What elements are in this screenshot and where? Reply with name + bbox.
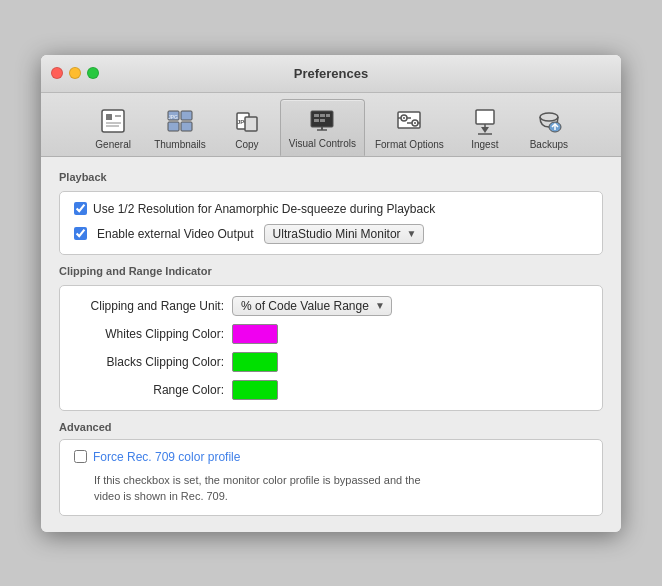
range-color-swatch[interactable] <box>232 380 278 400</box>
backups-icon <box>533 105 565 137</box>
tab-general-label: General <box>95 139 131 150</box>
clipping-section-label: Clipping and Range Indicator <box>59 265 603 277</box>
tab-general[interactable]: General <box>82 101 144 156</box>
dropdown-arrow-icon: ▼ <box>407 228 417 239</box>
thumbnails-icon: JPG <box>164 105 196 137</box>
tab-visual-controls-label: Visual Controls <box>289 138 356 149</box>
tab-copy-label: Copy <box>235 139 258 150</box>
external-output-checkbox[interactable] <box>74 227 87 240</box>
anamorphic-checkbox[interactable] <box>74 202 87 215</box>
svg-rect-15 <box>320 114 325 117</box>
force-rec-label: Force Rec. 709 color profile <box>93 450 240 464</box>
unit-dropdown-arrow-icon: ▼ <box>375 300 385 311</box>
main-content: Playback Use 1/2 Resolution for Anamorph… <box>41 157 621 532</box>
blacks-row: Blacks Clipping Color: <box>74 352 588 372</box>
tab-format-options-label: Format Options <box>375 139 444 150</box>
maximize-button[interactable] <box>87 67 99 79</box>
advanced-info-text: If this checkbox is set, the monitor col… <box>94 472 588 505</box>
general-icon <box>97 105 129 137</box>
ingest-icon <box>469 105 501 137</box>
svg-rect-1 <box>106 114 112 120</box>
anamorphic-row: Use 1/2 Resolution for Anamorphic De-squ… <box>74 202 588 216</box>
traffic-lights <box>51 67 99 79</box>
clipping-section: Clipping and Range Unit: % of Code Value… <box>59 285 603 411</box>
advanced-section: Advanced Force Rec. 709 color profile If… <box>59 421 603 516</box>
whites-label: Whites Clipping Color: <box>74 327 224 341</box>
tab-backups-label: Backups <box>530 139 568 150</box>
blacks-label: Blacks Clipping Color: <box>74 355 224 369</box>
device-dropdown-value: UltraStudio Mini Monitor <box>273 227 401 241</box>
unit-dropdown[interactable]: % of Code Value Range ▼ <box>232 296 392 316</box>
whites-color-swatch[interactable] <box>232 324 278 344</box>
svg-rect-30 <box>476 110 494 124</box>
tab-ingest[interactable]: Ingest <box>454 101 516 156</box>
svg-rect-7 <box>168 122 179 131</box>
tab-format-options[interactable]: Format Options <box>367 101 452 156</box>
title-bar: Preferences <box>41 55 621 93</box>
svg-marker-32 <box>481 127 489 133</box>
close-button[interactable] <box>51 67 63 79</box>
playback-section-label: Playback <box>59 171 603 183</box>
svg-rect-6 <box>181 111 192 120</box>
advanced-box: Force Rec. 709 color profile If this che… <box>59 439 603 516</box>
svg-rect-12 <box>245 117 257 131</box>
unit-row: Clipping and Range Unit: % of Code Value… <box>74 296 588 316</box>
device-dropdown[interactable]: UltraStudio Mini Monitor ▼ <box>264 224 424 244</box>
range-row: Range Color: <box>74 380 588 400</box>
copy-icon: JPG <box>231 105 263 137</box>
preferences-window: Preferences General <box>41 55 621 532</box>
window-title: Preferences <box>294 66 368 81</box>
svg-rect-0 <box>102 110 124 132</box>
tab-thumbnails[interactable]: JPG Thumbnails <box>146 101 214 156</box>
anamorphic-label: Use 1/2 Resolution for Anamorphic De-squ… <box>93 202 435 216</box>
format-options-icon <box>393 105 425 137</box>
tab-visual-controls[interactable]: Visual Controls <box>280 99 365 156</box>
tab-copy[interactable]: JPG Copy <box>216 101 278 156</box>
svg-rect-8 <box>181 122 192 131</box>
advanced-section-label: Advanced <box>59 421 603 433</box>
tab-thumbnails-label: Thumbnails <box>154 139 206 150</box>
range-label: Range Color: <box>74 383 224 397</box>
svg-rect-14 <box>314 114 319 117</box>
force-rec-checkbox[interactable] <box>74 450 87 463</box>
tab-ingest-label: Ingest <box>471 139 498 150</box>
playback-section: Use 1/2 Resolution for Anamorphic De-squ… <box>59 191 603 255</box>
svg-point-27 <box>414 122 416 124</box>
svg-rect-17 <box>314 119 319 122</box>
svg-point-34 <box>540 113 558 121</box>
unit-dropdown-value: % of Code Value Range <box>241 299 369 313</box>
tab-backups[interactable]: Backups <box>518 101 580 156</box>
svg-text:JPG: JPG <box>168 114 178 120</box>
external-output-label: Enable external Video Output <box>97 227 254 241</box>
blacks-color-swatch[interactable] <box>232 352 278 372</box>
svg-point-23 <box>403 117 405 119</box>
minimize-button[interactable] <box>69 67 81 79</box>
force-rec-row: Force Rec. 709 color profile <box>74 450 588 464</box>
svg-rect-16 <box>326 114 330 117</box>
svg-rect-18 <box>320 119 325 122</box>
unit-label: Clipping and Range Unit: <box>74 299 224 313</box>
visual-controls-icon <box>306 104 338 136</box>
whites-row: Whites Clipping Color: <box>74 324 588 344</box>
toolbar: General JPG Thumbnails JPG <box>41 93 621 157</box>
external-output-row: Enable external Video Output UltraStudio… <box>74 224 588 244</box>
